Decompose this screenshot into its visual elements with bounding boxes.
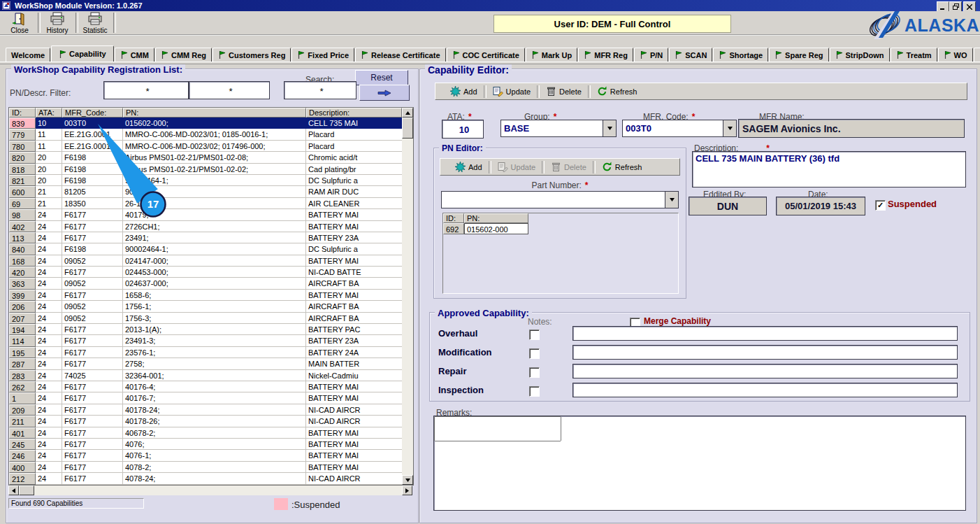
- cell-ata[interactable]: 21: [36, 198, 62, 209]
- cell-pn[interactable]: MMRO-C-006-MD-0023/01; 0185-0016-1;: [123, 129, 306, 140]
- cell-ata[interactable]: 24: [36, 221, 62, 232]
- cell-pn[interactable]: 4076;: [123, 439, 306, 450]
- cell-description[interactable]: BATTERY MAI: [306, 427, 402, 439]
- cell-pn[interactable]: 024637-000;: [123, 278, 306, 289]
- cell-pn[interactable]: 40678-2;: [123, 427, 306, 439]
- cell-description[interactable]: NI-CAD BATTE: [306, 267, 402, 278]
- table-row[interactable]: 83910003T0015602-000;CELL 735 MAI: [9, 118, 413, 129]
- approved-inspection-notes-field[interactable]: [573, 383, 960, 398]
- table-row[interactable]: 40224F61772726CH1;BATTERY MAI: [9, 221, 413, 232]
- cell-id[interactable]: 209: [9, 404, 36, 416]
- cell-pn[interactable]: 40179;: [123, 209, 306, 220]
- tab-customers-reg[interactable]: Customers Reg: [212, 48, 291, 62]
- table-row[interactable]: 77911EE.21G.0001MMRO-C-006-MD-0023/01; 0…: [9, 129, 413, 140]
- cell-id[interactable]: 401: [9, 427, 36, 439]
- cell-ata[interactable]: 24: [36, 347, 62, 358]
- cell-id[interactable]: 818: [9, 164, 36, 175]
- scroll-down-button[interactable]: [402, 475, 413, 485]
- cell-pn[interactable]: 4078-24;: [123, 473, 306, 484]
- cell-ata[interactable]: 20: [36, 164, 62, 175]
- approved-repair-notes-input[interactable]: [572, 364, 958, 378]
- cell-id[interactable]: 363: [9, 278, 36, 289]
- cell-pn[interactable]: 40178-24;: [123, 404, 306, 416]
- cell-id[interactable]: 402: [9, 221, 36, 232]
- cell-id[interactable]: 420: [9, 267, 36, 278]
- cell-ata[interactable]: 21: [36, 186, 62, 197]
- table-row[interactable]: 40024F61774078-2;BATTERY MAI: [9, 462, 413, 473]
- cell-description[interactable]: NI-CAD AIRCR: [306, 404, 402, 416]
- cell-mfr-code[interactable]: F6177: [62, 392, 123, 404]
- mfr-code-dropdown-button[interactable]: [723, 120, 737, 137]
- cell-pn[interactable]: 015602-000;: [123, 118, 306, 129]
- table-row[interactable]: 11424F617723491-3;BATTERY 23A: [9, 335, 413, 346]
- cell-ata[interactable]: 24: [36, 473, 62, 484]
- table-row[interactable]: 78011EE.21G.0001MMRO-C-006-MD-0023/02; 0…: [9, 141, 413, 152]
- table-row[interactable]: 283247402532364-001;Nickel-Cadmiu: [9, 370, 413, 381]
- cell-mfr-code[interactable]: F6177: [62, 450, 123, 461]
- cell-mfr-code[interactable]: F6177: [62, 358, 123, 369]
- cell-description[interactable]: AIRCRAFT BA: [306, 313, 402, 324]
- approved-overhaul-notes-field[interactable]: [573, 327, 960, 341]
- table-row[interactable]: 42024F6177024453-000;NI-CAD BATTE: [9, 267, 413, 278]
- approved-modification-notes-input[interactable]: [572, 345, 958, 360]
- editor-refresh-button[interactable]: Refresh: [592, 85, 642, 98]
- cell-description[interactable]: BATTERY MAI: [306, 381, 402, 392]
- cell-pn[interactable]: 2758;: [123, 358, 306, 369]
- cell-mfr-code[interactable]: F6177: [62, 462, 123, 473]
- pn-table[interactable]: ID:PN:692015602-000: [442, 213, 679, 294]
- statistic-toolbar-button[interactable]: Statistic: [78, 13, 112, 33]
- cell-mfr-code[interactable]: F6177: [62, 267, 123, 278]
- cell-description[interactable]: Placard: [306, 141, 402, 152]
- cell-ata[interactable]: 24: [36, 243, 62, 255]
- reset-button[interactable]: Reset: [355, 70, 408, 85]
- cell-description[interactable]: NI-CAD AIRCR: [306, 473, 402, 484]
- cell-id[interactable]: 821: [9, 175, 36, 186]
- tab-capability[interactable]: Capability: [51, 45, 114, 62]
- pn-filter-input-2[interactable]: [189, 81, 270, 99]
- cell-ata[interactable]: 24: [36, 301, 62, 312]
- grid-column-header-mfr-code[interactable]: MFR_Code:: [62, 108, 123, 118]
- cell-ata[interactable]: 24: [36, 381, 62, 392]
- table-row[interactable]: 11324F617723491;BATTERY 23A: [9, 232, 413, 243]
- table-row[interactable]: 20624090521756-1;AIRCRAFT BA: [9, 301, 413, 312]
- cell-description[interactable]: BATTERY PAC: [306, 324, 402, 335]
- approved-inspection-checkbox[interactable]: [529, 386, 540, 397]
- part-number-dropdown-button[interactable]: [665, 191, 679, 208]
- cell-mfr-code[interactable]: F6177: [62, 221, 123, 232]
- cell-ata[interactable]: 24: [36, 232, 62, 243]
- cell-mfr-code[interactable]: 09052: [62, 301, 123, 312]
- cell-pn[interactable]: 40176-7;: [123, 392, 306, 404]
- cell-mfr-code[interactable]: F6177: [62, 381, 123, 392]
- cell-description[interactable]: MAIN BATTER: [306, 358, 402, 369]
- grid-column-header-description[interactable]: Description:: [306, 108, 402, 118]
- cell-id[interactable]: 399: [9, 290, 36, 301]
- pn-cell-id[interactable]: 692: [443, 223, 464, 234]
- cell-description[interactable]: BATTERY 23A: [306, 335, 402, 346]
- ata-input[interactable]: [442, 120, 484, 139]
- cell-ata[interactable]: 20: [36, 175, 62, 186]
- tab-cmm[interactable]: CMM: [115, 48, 154, 62]
- table-row[interactable]: 19424F61772013-1(A);BATTERY PAC: [9, 324, 413, 335]
- cell-ata[interactable]: 24: [36, 209, 62, 220]
- pn-editor-delete-button[interactable]: Delete: [546, 160, 591, 174]
- cell-id[interactable]: 839: [9, 118, 36, 129]
- table-row[interactable]: 600218120590-755;RAM AIR DUC: [9, 186, 413, 197]
- cell-description[interactable]: AIRCRAFT BA: [306, 278, 402, 289]
- table-row[interactable]: 3632409052024637-000;AIRCRAFT BA: [9, 278, 413, 289]
- go-search-button[interactable]: [359, 85, 410, 101]
- cell-mfr-code[interactable]: EE.21G.0001: [62, 141, 123, 152]
- cell-mfr-code[interactable]: F6177: [62, 335, 123, 346]
- cell-pn[interactable]: 4076-1;: [123, 450, 306, 461]
- editor-update-button[interactable]: Update: [488, 85, 535, 98]
- approved-overhaul-checkbox[interactable]: [529, 330, 540, 340]
- table-row[interactable]: 20924F617740178-24;NI-CAD AIRCR: [9, 404, 413, 416]
- cell-mfr-code[interactable]: 003T0: [62, 118, 123, 129]
- suspended-checkbox[interactable]: ✓: [875, 200, 886, 211]
- cell-mfr-code[interactable]: F6198: [62, 243, 123, 255]
- cell-pn[interactable]: 23576-1;: [123, 347, 306, 358]
- cell-pn[interactable]: 1756-3;: [123, 313, 306, 324]
- pn-filter-input-1[interactable]: [103, 81, 189, 99]
- cell-ata[interactable]: 20: [36, 152, 62, 163]
- close-window-button[interactable]: [963, 1, 976, 12]
- pn-filter-input-1-field[interactable]: [104, 82, 191, 100]
